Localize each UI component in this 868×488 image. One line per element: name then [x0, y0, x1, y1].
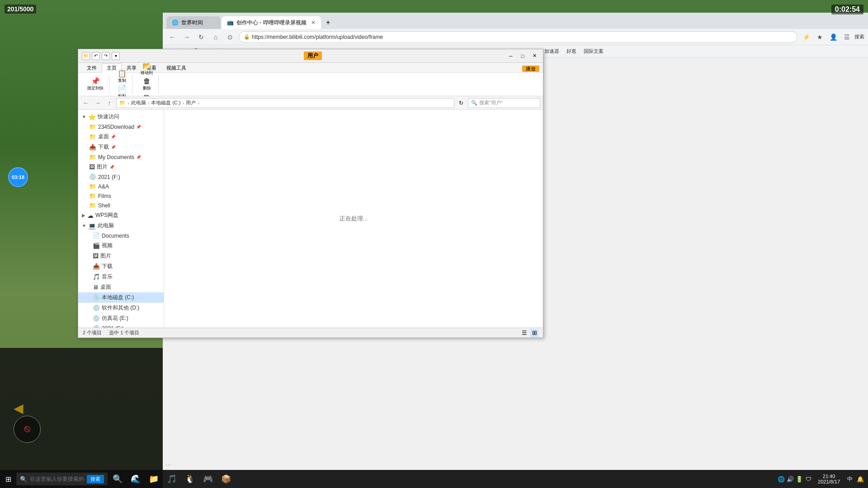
close-button[interactable]: ✕: [529, 51, 539, 61]
pin-icon-download: 📌: [111, 145, 116, 150]
more-button[interactable]: ...: [163, 459, 174, 467]
sidebar-item-music[interactable]: 🎵 音乐: [78, 272, 164, 282]
history-button[interactable]: ⊙: [224, 31, 236, 43]
sidebar-label-downloads: 下载: [102, 263, 113, 270]
taskbar-kugou[interactable]: 🎵: [164, 470, 180, 488]
sidebar-item-download[interactable]: 📥 下载 📌: [78, 142, 164, 152]
folder-icon-desktop: 📁: [89, 133, 96, 140]
search-box[interactable]: 🔍 搜索"用户": [468, 98, 540, 108]
ribbon-btn-delete[interactable]: 🗑 删除: [141, 77, 153, 92]
folder-icon-music: 🎵: [93, 273, 100, 280]
file-explorer-window: 📁 ↶ ↷ ▾ 用户 ─ □ ✕ 文件 主页 共享 查看 视频工具 播放 📌 固…: [78, 49, 543, 338]
bookmark-haoguang[interactable]: 好逛: [565, 47, 578, 56]
sidebar-label-d: 软件和其他 (D:): [102, 304, 139, 312]
maximize-button[interactable]: □: [518, 51, 528, 61]
sidebar-item-shell[interactable]: 📁 Shell: [78, 201, 164, 210]
taskbar-notification[interactable]: 🔔: [856, 475, 864, 483]
nav-forward[interactable]: →: [93, 98, 103, 108]
game-counter: 201/5000: [5, 5, 36, 14]
new-tab-button[interactable]: +: [322, 16, 335, 29]
taskbar-clock[interactable]: 21:40 2021/8/17: [814, 474, 844, 484]
sidebar-item-desktop[interactable]: 📁 桌面 📌: [78, 131, 164, 142]
sidebar-wps-header[interactable]: ▶ ☁ WPS网盘: [78, 210, 164, 221]
navbar-refresh[interactable]: ↻: [456, 98, 466, 108]
drive-icon-d: 💿: [93, 305, 100, 311]
folder-icon-downloads: 📥: [93, 263, 100, 270]
sidebar-label-pics: 图片: [100, 252, 111, 260]
battery-sys-icon[interactable]: 🔋: [795, 475, 803, 483]
loading-text: 正在处理...: [340, 215, 368, 223]
forward-button[interactable]: →: [181, 31, 193, 43]
menu-button[interactable]: ☰: [841, 31, 853, 43]
extensions-button[interactable]: ⚡: [800, 31, 812, 43]
bookmark-accelerator[interactable]: 加速器: [542, 47, 561, 56]
back-button[interactable]: ←: [166, 31, 178, 43]
sidebar-drive-f[interactable]: 💿 2021 (F:): [78, 324, 164, 328]
sidebar-item-video[interactable]: 🎬 视频: [78, 240, 164, 251]
breadcrumb-root[interactable]: 📁: [119, 100, 126, 106]
sidebar-item-downloads[interactable]: 📥 下载: [78, 261, 164, 272]
breadcrumb-this-pc[interactable]: 此电脑: [131, 99, 146, 106]
taskbar-file-explorer[interactable]: 📁: [146, 470, 162, 488]
sidebar-item-pics[interactable]: 🖼 图片: [78, 251, 164, 261]
taskbar-edge[interactable]: 🌊: [127, 470, 144, 488]
taskbar-app4[interactable]: 🐧: [182, 470, 198, 488]
volume-sys-icon[interactable]: 🔊: [786, 475, 794, 483]
sidebar-label-2345: 2345Download: [98, 124, 134, 130]
antivirus-icon[interactable]: 🛡: [804, 475, 812, 483]
taskbar-cortana[interactable]: 🔍: [109, 470, 126, 488]
ribbon-active-tab: 播放: [522, 66, 539, 72]
tab-bilibili[interactable]: 📺 创作中心 - 哔哩哔哩录屏视频 ✕: [222, 16, 321, 29]
sidebar-drive-d[interactable]: 💿 软件和其他 (D:): [78, 303, 164, 313]
search-placeholder: 搜索"用户": [479, 99, 503, 106]
sidebar-item-films[interactable]: 📁 Films: [78, 191, 164, 201]
bookmark-button[interactable]: ★: [814, 31, 826, 43]
tab-shijieshijian[interactable]: 🌐 世界时间: [166, 16, 221, 29]
minimize-button[interactable]: ─: [506, 51, 516, 61]
refresh-button[interactable]: ↻: [195, 31, 207, 43]
view-tile-btn[interactable]: ⊞: [530, 329, 538, 337]
sidebar-item-pictures[interactable]: 🖼 图片 📌: [78, 162, 164, 172]
taskbar-search-input[interactable]: [30, 476, 84, 482]
ribbon-btn-copy[interactable]: 📋 复制: [116, 69, 128, 84]
view-list-btn[interactable]: ☰: [520, 329, 528, 337]
user-button[interactable]: 👤: [827, 31, 839, 43]
wps-icon: ☁: [87, 212, 94, 219]
network-sys-icon[interactable]: 🌐: [777, 475, 785, 483]
explorer-undo[interactable]: ↶: [92, 52, 100, 60]
nav-up[interactable]: ↑: [104, 98, 114, 108]
home-button[interactable]: ⌂: [210, 31, 222, 43]
sidebar-item-mydocs[interactable]: 📁 My Documents 📌: [78, 152, 164, 162]
thispc-icon: 💻: [88, 222, 96, 230]
taskbar-app6[interactable]: 📦: [218, 470, 234, 488]
address-bar[interactable]: 🔒 https://member.bilibili.com/platform/u…: [239, 31, 797, 43]
sidebar-item-documents[interactable]: 📄 Documents: [78, 231, 164, 240]
sidebar-quick-access-header[interactable]: ▼ ⭐ 快速访问: [78, 112, 164, 122]
sidebar-drive-c[interactable]: 💿 本地磁盘 (C:): [78, 292, 164, 303]
sidebar-item-2345download[interactable]: 📁 2345Download 📌: [78, 122, 164, 131]
sidebar-item-desk[interactable]: 🖥 桌面: [78, 282, 164, 292]
tab-close-1[interactable]: ✕: [311, 19, 316, 26]
ribbon-tab-video[interactable]: 视频工具: [161, 63, 191, 72]
taskbar-search-area[interactable]: 🔍 搜索: [16, 473, 108, 485]
bookmark-intl[interactable]: 国际文案: [582, 47, 605, 56]
explorer-down-arrow[interactable]: ▾: [112, 52, 120, 60]
taskbar-search-btn[interactable]: 搜索: [87, 475, 104, 483]
breadcrumb-c-drive[interactable]: 本地磁盘 (C:): [151, 99, 180, 106]
explorer-redo[interactable]: ↷: [102, 52, 110, 60]
taskbar-app5[interactable]: 🎮: [200, 470, 216, 488]
breadcrumb-users[interactable]: 用户: [186, 99, 196, 106]
taskbar-lang[interactable]: 中: [845, 475, 854, 483]
sidebar-drive-e[interactable]: 💿 仿真花 (E:): [78, 313, 164, 324]
start-button[interactable]: ⊞: [0, 470, 16, 488]
delete-icon: 🗑: [143, 78, 151, 85]
pin-icon-2345: 📌: [136, 125, 141, 129]
ribbon-tab-file[interactable]: 文件: [82, 63, 102, 72]
nav-back[interactable]: ←: [81, 98, 91, 108]
sidebar-item-aa[interactable]: 📁 A&A: [78, 182, 164, 191]
sidebar-item-2021f[interactable]: 💿 2021 (F:): [78, 172, 164, 182]
ribbon-btn-pin[interactable]: 📌 固定到快: [85, 77, 105, 92]
ribbon-btn-move[interactable]: 📂 移动到: [139, 61, 155, 77]
sidebar-thispc-header[interactable]: ▼ 💻 此电脑: [78, 221, 164, 231]
folder-icon-pictures: 🖼: [89, 164, 95, 170]
